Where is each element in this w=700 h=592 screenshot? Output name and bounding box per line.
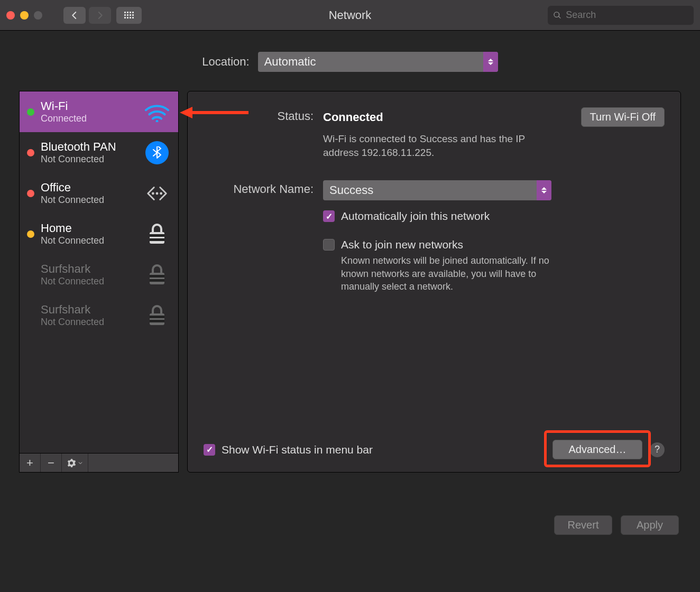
select-stepper-icon: [537, 180, 551, 200]
auto-join-row[interactable]: Automatically join this network: [323, 210, 665, 223]
chevron-down-icon: [77, 460, 84, 466]
status-label: Status:: [204, 107, 323, 123]
ask-join-checkbox[interactable]: [323, 239, 335, 251]
select-stepper-icon: [483, 52, 498, 72]
svg-rect-5: [150, 238, 164, 241]
svg-rect-7: [150, 273, 164, 284]
revert-button[interactable]: Revert: [554, 515, 612, 535]
status-dot-icon: [27, 312, 34, 319]
lock-icon: [143, 223, 171, 246]
bluetooth-icon: [143, 141, 171, 164]
show-menu-row[interactable]: Show Wi-Fi status in menu bar: [204, 443, 373, 456]
svg-rect-11: [150, 320, 164, 322]
detail-panel: Status: Connected Turn Wi-Fi Off Wi-Fi i…: [187, 91, 681, 473]
location-value: Automatic: [264, 55, 316, 69]
advanced-button[interactable]: Advanced…: [552, 440, 642, 459]
sidebar-item-sub: Not Connected: [41, 317, 137, 328]
sidebar-item-office[interactable]: Office Not Connected: [20, 173, 178, 214]
sidebar-item-name: Wi-Fi: [41, 99, 137, 113]
remove-interface-button[interactable]: −: [41, 454, 62, 472]
wifi-icon: [143, 101, 171, 122]
svg-point-0: [156, 120, 159, 122]
lock-icon: [143, 263, 171, 286]
svg-rect-8: [150, 279, 164, 282]
status-description: Wi-Fi is connected to Success and has th…: [323, 132, 550, 159]
svg-rect-12: [150, 316, 164, 318]
svg-rect-4: [150, 232, 164, 244]
location-row: Location: Automatic: [0, 52, 700, 72]
svg-rect-9: [150, 275, 164, 278]
status-dot-icon: [27, 149, 34, 156]
network-name-label: Network Name:: [204, 180, 323, 196]
status-dot-icon: [27, 190, 34, 197]
status-value: Connected: [323, 110, 383, 124]
apply-button[interactable]: Apply: [621, 515, 679, 535]
sidebar-item-sub: Not Connected: [41, 195, 137, 206]
ask-join-hint: Known networks will be joined automatica…: [341, 254, 563, 293]
auto-join-checkbox[interactable]: [323, 210, 335, 222]
search-icon: [553, 11, 561, 20]
search-input[interactable]: [566, 10, 688, 21]
forward-button[interactable]: [89, 7, 111, 24]
status-dot-icon: [27, 230, 34, 238]
svg-rect-10: [150, 313, 164, 325]
gear-icon: [67, 458, 76, 468]
show-menu-checkbox[interactable]: [204, 444, 215, 456]
svg-rect-6: [150, 234, 164, 237]
turn-wifi-off-button[interactable]: Turn Wi-Fi Off: [581, 107, 665, 127]
network-dots-icon: [143, 181, 171, 206]
status-dot-icon: [27, 108, 34, 116]
sidebar-item-surfshark-2[interactable]: Surfshark Not Connected: [20, 295, 178, 336]
sidebar-item-wifi[interactable]: Wi-Fi Connected: [20, 91, 178, 132]
location-select[interactable]: Automatic: [258, 52, 498, 72]
sidebar-footer: + −: [20, 453, 178, 472]
close-window-button[interactable]: [6, 11, 15, 20]
sidebar-item-sub: Not Connected: [41, 154, 137, 165]
titlebar: Network: [0, 0, 700, 31]
location-label: Location:: [202, 55, 249, 69]
sidebar-item-home[interactable]: Home Not Connected: [20, 214, 178, 254]
window-controls: [6, 11, 42, 20]
grid-icon: [124, 12, 134, 18]
help-button[interactable]: ?: [650, 442, 665, 457]
sidebar-item-sub: Connected: [41, 113, 137, 124]
sidebar-item-name: Office: [41, 181, 137, 195]
sidebar-item-surfshark-1[interactable]: Surfshark Not Connected: [20, 254, 178, 295]
svg-point-3: [160, 192, 162, 195]
lock-icon: [143, 304, 171, 327]
search-field[interactable]: [548, 6, 694, 25]
back-button[interactable]: [63, 7, 86, 24]
nav-buttons: [63, 7, 111, 24]
sidebar-item-name: Home: [41, 221, 137, 235]
network-name-select[interactable]: Success: [323, 180, 551, 200]
ask-join-row[interactable]: Ask to join new networks: [323, 238, 665, 251]
interface-sidebar: Wi-Fi Connected Bluetooth PAN Not Connec…: [19, 91, 179, 473]
auto-join-label: Automatically join this network: [341, 210, 490, 223]
ask-join-label: Ask to join new networks: [341, 238, 463, 251]
status-dot-icon: [27, 271, 34, 279]
zoom-window-button[interactable]: [34, 11, 42, 20]
sidebar-item-sub: Not Connected: [41, 235, 137, 246]
show-all-button[interactable]: [116, 7, 142, 24]
bottom-buttons: Revert Apply: [554, 515, 679, 535]
svg-point-1: [152, 192, 154, 195]
show-menu-label: Show Wi-Fi status in menu bar: [222, 443, 373, 456]
sidebar-item-name: Surfshark: [41, 303, 137, 317]
minimize-window-button[interactable]: [20, 11, 29, 20]
sidebar-item-name: Bluetooth PAN: [41, 140, 137, 154]
interface-actions-button[interactable]: [62, 454, 88, 472]
sidebar-item-name: Surfshark: [41, 262, 137, 276]
sidebar-item-bluetooth-pan[interactable]: Bluetooth PAN Not Connected: [20, 132, 178, 173]
add-interface-button[interactable]: +: [20, 454, 41, 472]
window-title: Network: [329, 8, 372, 22]
network-name-value: Success: [329, 183, 373, 197]
sidebar-item-sub: Not Connected: [41, 276, 137, 287]
svg-point-2: [156, 192, 159, 195]
